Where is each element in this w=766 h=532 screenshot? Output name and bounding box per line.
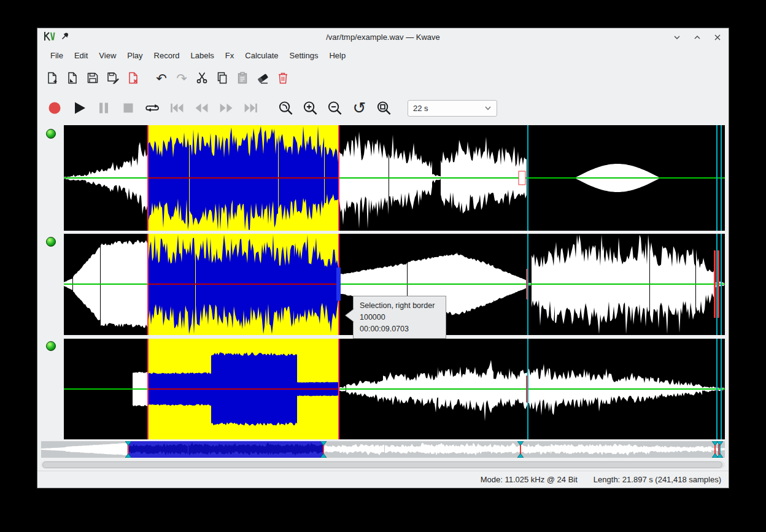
tooltip-sample: 100000 [360,312,439,323]
menu-calculate[interactable]: Calculate [239,48,284,63]
redo-icon: ↷ [176,72,187,85]
zoom-all-icon [376,99,392,117]
paste-icon [235,71,250,85]
track3-enable-led[interactable] [46,341,56,351]
open-file-button[interactable] [65,71,80,85]
eraser-button[interactable] [255,71,270,85]
playback-toolbar: ↺ 22 s [37,92,729,124]
menu-record[interactable]: Record [149,48,185,63]
seek-start-button[interactable] [169,100,185,117]
menu-edit[interactable]: Edit [69,48,93,63]
forward-button[interactable] [218,100,234,117]
record-button[interactable] [46,100,63,117]
track2-enable-led[interactable] [46,237,56,247]
close-document-icon [126,71,141,85]
status-length: Length: 21.897 s (241,418 samples) [594,475,721,484]
zoom-in-button[interactable] [302,100,319,117]
menu-file[interactable]: File [45,48,69,63]
desktop-background: /var/tmp/example.wav — Kwave File Edit V… [0,0,766,532]
save-as-icon [106,71,120,85]
horizontal-scrollbar[interactable] [41,461,725,469]
undo-button[interactable]: ↶ [154,71,169,85]
track3-waveform[interactable] [64,339,725,439]
zoom-revert-icon: ↺ [353,100,366,116]
open-document-icon [65,71,80,85]
tooltip-arrow [345,309,354,326]
seek-end-button[interactable] [242,100,259,117]
scissors-icon [195,71,209,85]
tooltip-title: Selection, right border [360,300,439,312]
skip-backward-icon [169,100,185,116]
copy-button[interactable] [215,71,230,85]
record-icon [47,100,63,116]
menu-labels[interactable]: Labels [185,48,220,63]
rewind-button[interactable] [193,100,210,117]
pause-icon [96,100,112,116]
window-title: /var/tmp/example.wav — Kwave [37,28,729,47]
file-toolbar: ↶ ↷ [37,64,729,92]
zoom-revert-button[interactable]: ↺ [351,100,368,117]
loop-button[interactable] [144,100,161,117]
save-as-button[interactable] [106,71,120,85]
stop-button[interactable] [120,100,136,117]
tooltip-time: 00:00:09.0703 [360,323,439,335]
stop-icon [120,100,136,116]
copy-icon [215,71,230,85]
menu-play[interactable]: Play [122,48,148,63]
zoom-in-icon [302,99,319,117]
delete-button[interactable] [276,71,290,85]
status-mode: Mode: 11.025 kHz @ 24 Bit [481,475,578,484]
menu-help[interactable]: Help [323,48,351,63]
selection-tooltip: Selection, right border 100000 00:00:09.… [353,296,446,339]
new-file-button[interactable] [45,71,60,85]
zoom-out-icon [327,99,343,117]
close-icon[interactable] [714,34,721,41]
close-file-button[interactable] [126,71,141,85]
track1-enable-led[interactable] [46,129,56,139]
save-icon [85,71,100,85]
new-document-icon [45,71,60,85]
paste-button[interactable] [235,71,250,85]
menu-fx[interactable]: Fx [220,48,239,63]
minimize-icon[interactable] [673,34,681,41]
rewind-icon [193,100,210,116]
zoom-out-button[interactable] [327,100,343,117]
signal-overview[interactable] [41,441,725,458]
track1-waveform[interactable] [64,125,725,231]
loop-icon [144,100,161,116]
play-icon [71,100,87,116]
trash-icon [276,71,290,85]
statusbar: Mode: 11.025 kHz @ 24 Bit Length: 21.897… [37,471,729,488]
kwave-window: /var/tmp/example.wav — Kwave File Edit V… [37,28,729,488]
fast-forward-icon [218,100,234,116]
zoom-all-button[interactable] [376,100,392,117]
titlebar[interactable]: /var/tmp/example.wav — Kwave [37,28,729,47]
scrollbar-thumb[interactable] [42,461,722,468]
skip-forward-icon [242,100,259,116]
menubar: File Edit View Play Record Labels Fx Cal… [37,47,729,64]
play-button[interactable] [71,100,87,117]
undo-icon: ↶ [156,72,167,85]
cut-button[interactable] [195,71,209,85]
menu-view[interactable]: View [93,48,122,63]
zoom-duration-value: 22 s [413,104,484,113]
menu-settings[interactable]: Settings [284,48,324,63]
zoom-duration-select[interactable]: 22 s [408,100,497,117]
pause-button[interactable] [95,100,112,117]
save-button[interactable] [85,71,100,85]
maximize-icon[interactable] [694,34,701,41]
eraser-icon [255,71,270,85]
redo-button[interactable]: ↷ [174,71,189,85]
chevron-down-icon [484,104,492,112]
zoom-selection-button[interactable] [277,100,294,117]
zoom-selection-icon [277,99,294,117]
